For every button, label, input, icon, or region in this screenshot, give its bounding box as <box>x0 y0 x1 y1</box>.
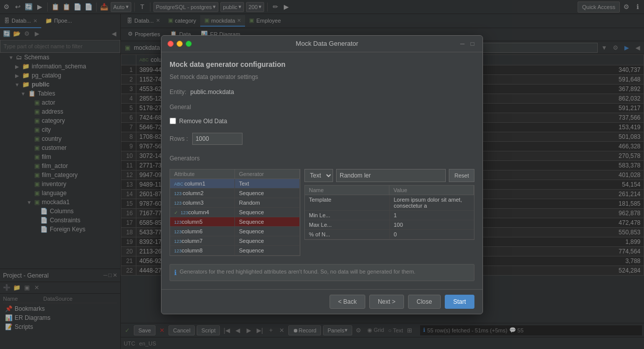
gen-col5-name: 123column5 <box>170 217 235 226</box>
gen-prop-row-maxle[interactable]: Max Le... 100 <box>305 220 474 230</box>
modal-heading: Mock data generator configuration <box>170 60 474 68</box>
generators-table: Attribute Generator ABCcolumn1 Text 123c… <box>170 169 300 256</box>
modal-body: Mock data generator configuration Set mo… <box>162 52 482 289</box>
modal-subtitle: Set mock data generator settings <box>170 73 474 80</box>
gen-prop-pct-name: % of N... <box>305 230 390 239</box>
gen-col1-type: Text <box>235 179 300 188</box>
gen-col2-type: Sequence <box>235 189 300 198</box>
modal-minimize-btn[interactable]: ─ <box>458 40 466 48</box>
rows-input[interactable] <box>192 133 243 145</box>
gen-prop-maxle-name: Max Le... <box>305 220 390 229</box>
traffic-yellow-button[interactable] <box>177 41 183 47</box>
gen-col3-icon: 123 <box>174 201 182 206</box>
modal-maximize-btn[interactable]: □ <box>468 40 476 48</box>
gen-props-header: Name Value <box>305 186 474 195</box>
modal-footer: < Back Next > Close Start <box>162 289 482 314</box>
gen-table-header: Attribute Generator <box>170 169 300 179</box>
modal-title: Mock Data Generator <box>196 40 458 47</box>
gen-prop-minle-value: 1 <box>390 211 474 220</box>
gen-col8-type: Sequence <box>235 246 300 255</box>
checkbox-row: Remove Old Data <box>170 118 474 125</box>
entity-value: public.mockdata <box>190 89 234 96</box>
gen-prop-template-value: Lorem ipsum dolor sit amet, consectetur … <box>390 195 474 210</box>
traffic-red-button[interactable] <box>168 41 174 47</box>
gen-row-column7[interactable]: 123column7 Sequence <box>170 236 300 246</box>
gen-col2-icon: 123 <box>174 191 182 196</box>
gen-col7-name: 123column7 <box>170 236 235 245</box>
gen-col5-type: Sequence <box>235 217 300 226</box>
traffic-green-button[interactable] <box>186 41 192 47</box>
gen-col6-name: 123column6 <box>170 227 235 236</box>
gen-props-table: Name Value Template Lorem ipsum dolor si… <box>304 185 474 240</box>
gen-random-input[interactable] <box>336 169 446 182</box>
remove-old-data-checkbox[interactable] <box>170 118 176 124</box>
modal-traffic-lights <box>168 41 192 47</box>
gen-col1-name: ABCcolumn1 <box>170 179 235 188</box>
gen-prop-maxle-value: 100 <box>390 220 474 229</box>
info-row: ℹ Generators for the red highlighted att… <box>170 264 474 281</box>
gen-row-column8[interactable]: 123column8 Sequence <box>170 246 300 255</box>
gen-col8-name: 123column8 <box>170 246 235 255</box>
remove-old-data-label: Remove Old Data <box>179 118 227 125</box>
gen-row-column3[interactable]: 123column3 Random <box>170 198 300 208</box>
gen-prop-th-value: Value <box>389 186 474 195</box>
gen-col4-icon: ✓ <box>174 210 178 215</box>
rows-label: Rows : <box>170 135 188 142</box>
modal-titlebar: Mock Data Generator ─ □ <box>162 36 482 52</box>
gen-col3-type: Random <box>235 198 300 207</box>
start-button[interactable]: Start <box>445 295 474 309</box>
gen-prop-pct-value: 0 <box>390 230 474 239</box>
info-icon: ℹ <box>174 269 177 277</box>
gen-col2-name: 123column2 <box>170 189 235 198</box>
general-label: General <box>170 104 474 111</box>
next-button[interactable]: Next > <box>369 295 404 309</box>
gen-th-generator: Generator <box>235 169 300 179</box>
modal-win-btns: ─ □ <box>458 40 476 48</box>
rows-row: Rows : <box>170 133 474 145</box>
mock-data-generator-modal: Mock Data Generator ─ □ Mock data genera… <box>161 35 483 314</box>
gen-col4-type: Sequence <box>235 208 300 217</box>
reset-button[interactable]: Reset <box>449 169 474 182</box>
close-button[interactable]: Close <box>408 295 441 309</box>
generators-label: Generators <box>170 155 474 162</box>
gen-prop-th-name: Name <box>305 186 389 195</box>
gen-right: Text Reset Name Value Template Lorem ips… <box>304 169 474 256</box>
gen-th-attribute: Attribute <box>170 169 235 179</box>
gen-prop-row-pct[interactable]: % of N... 0 <box>305 230 474 239</box>
gen-type-row: Text Reset <box>304 169 474 182</box>
info-text: Generators for the red highlighted attri… <box>180 269 416 275</box>
back-button[interactable]: < Back <box>330 295 365 309</box>
gen-col7-type: Sequence <box>235 236 300 245</box>
gen-prop-row-template[interactable]: Template Lorem ipsum dolor sit amet, con… <box>305 195 474 211</box>
gen-prop-template-name: Template <box>305 195 390 210</box>
gen-row-column5[interactable]: 123column5 Sequence <box>170 217 300 227</box>
gen-type-dropdown[interactable]: Text <box>304 169 333 182</box>
gen-row-column2[interactable]: 123column2 Sequence <box>170 189 300 198</box>
gen-row-column6[interactable]: 123column6 Sequence <box>170 227 300 236</box>
entity-row: Entity: public.mockdata <box>170 89 474 96</box>
modal-overlay: Mock Data Generator ─ □ Mock data genera… <box>0 0 644 349</box>
gen-col1-icon: ABC <box>174 182 184 187</box>
gen-col4-name: ✓ 123column4 <box>170 208 235 217</box>
gen-row-column1[interactable]: ABCcolumn1 Text <box>170 179 300 189</box>
gen-col6-type: Sequence <box>235 227 300 236</box>
entity-label: Entity: <box>170 89 186 96</box>
gen-prop-minle-name: Min Le... <box>305 211 390 220</box>
gen-prop-row-minle[interactable]: Min Le... 1 <box>305 211 474 220</box>
gen-row-column4[interactable]: ✓ 123column4 Sequence <box>170 208 300 217</box>
generators-layout: Attribute Generator ABCcolumn1 Text 123c… <box>170 169 474 256</box>
gen-col3-name: 123column3 <box>170 198 235 207</box>
